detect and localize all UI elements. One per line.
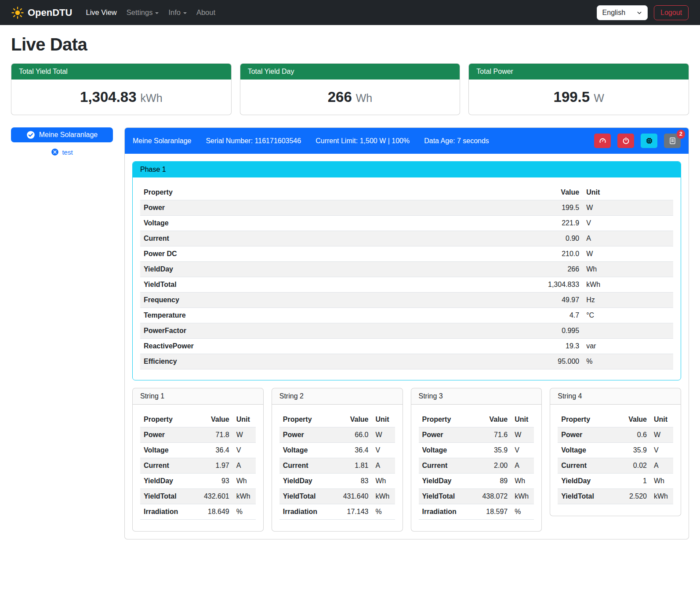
phase-table-body: Power199.5WVoltage221.9VCurrent0.90APowe…	[140, 200, 673, 369]
row-property: Irradiation	[419, 504, 470, 520]
table-row: Voltage35.9V	[419, 443, 534, 458]
row-property: Voltage	[279, 443, 330, 458]
string-table-head: Property Value Unit	[140, 412, 256, 427]
navbar-right: English Logout	[597, 5, 689, 20]
row-unit: Hz	[583, 293, 673, 308]
row-unit: %	[511, 504, 534, 520]
event-log-button[interactable]: 2	[664, 134, 681, 148]
inverter-selected-button[interactable]: Meine Solaranlage	[11, 127, 113, 142]
row-property: Voltage	[140, 216, 544, 231]
row-value: 36.4	[191, 443, 233, 458]
language-select[interactable]: English	[597, 5, 648, 20]
row-value: 1	[609, 474, 650, 489]
row-value: 2.00	[469, 458, 511, 474]
table-row: Voltage35.9V	[558, 443, 673, 458]
table-row: Irradiation18.597%	[419, 504, 534, 520]
table-row: Current0.90A	[140, 231, 673, 246]
table-row: ReactivePower19.3var	[140, 339, 673, 354]
string-card-header: String 1	[133, 388, 263, 405]
table-row: Current0.02A	[558, 458, 673, 474]
row-property: Irradiation	[140, 504, 191, 520]
table-row: YieldDay89Wh	[419, 474, 534, 489]
card-body: 1,304.83kWh	[11, 80, 231, 115]
nav-about[interactable]: About	[192, 5, 220, 20]
inverter-other-label: test	[62, 148, 73, 156]
device-info-button[interactable]	[641, 134, 657, 148]
column-property: Property	[279, 412, 330, 427]
brand[interactable]: OpenDTU	[11, 7, 72, 19]
summary-cards-row: Total Yield Total 1,304.83kWh Total Yiel…	[11, 63, 689, 115]
current-limit: Current Limit: 1,500 W | 100%	[316, 137, 410, 145]
row-unit: A	[372, 458, 395, 474]
row-property: YieldDay	[558, 474, 609, 489]
inverter-panel: Meine Solaranlage Serial Number: 1161716…	[124, 127, 689, 539]
row-property: Power	[140, 427, 191, 443]
string-card-body: Property Value Unit Power71.8WVoltage36.…	[133, 405, 263, 531]
caret-down-icon	[155, 12, 159, 14]
column-value: Value	[544, 185, 583, 200]
table-header-row: Property Value Unit	[279, 412, 395, 427]
row-property: Current	[419, 458, 470, 474]
row-value: 83	[330, 474, 372, 489]
inverter-selected-label: Meine Solaranlage	[39, 131, 98, 139]
table-row: YieldDay266Wh	[140, 262, 673, 277]
row-unit: %	[372, 504, 395, 520]
row-unit: A	[650, 458, 673, 474]
string-table: Property Value Unit Power71.6WVoltage35.…	[419, 412, 534, 520]
string-table: Property Value Unit Power0.6WVoltage35.9…	[558, 412, 673, 504]
strings-row: String 1 Property Value Unit	[132, 388, 681, 532]
table-row: YieldDay83Wh	[279, 474, 395, 489]
table-row: YieldDay93Wh	[140, 474, 256, 489]
row-property: PowerFactor	[140, 323, 544, 339]
table-row: YieldTotal438.072kWh	[419, 489, 534, 504]
row-property: Voltage	[419, 443, 470, 458]
row-unit: kWh	[233, 489, 256, 504]
row-property: YieldDay	[140, 474, 191, 489]
row-unit	[583, 323, 673, 339]
nav-live-view[interactable]: Live View	[81, 5, 121, 20]
string-card-4: String 4 Property Value Unit	[550, 388, 681, 516]
row-unit: W	[511, 427, 534, 443]
row-unit: kWh	[583, 277, 673, 293]
limit-settings-button[interactable]	[594, 134, 611, 148]
card-header: Total Yield Total	[11, 64, 231, 80]
string-card-header: String 2	[272, 388, 403, 405]
row-unit: A	[583, 231, 673, 246]
row-value: 0.02	[609, 458, 650, 474]
nav-settings[interactable]: Settings	[122, 5, 164, 20]
row-value: 19.3	[544, 339, 583, 354]
data-age: Data Age: 7 seconds	[424, 137, 489, 145]
card-unit: Wh	[356, 92, 373, 104]
row-property: YieldTotal	[140, 277, 544, 293]
column-unit: Unit	[511, 412, 534, 427]
card-total-power: Total Power 199.5W	[468, 63, 689, 115]
row-unit: W	[650, 427, 673, 443]
card-header: Total Yield Day	[240, 64, 460, 80]
phase-card-header: Phase 1	[133, 162, 681, 177]
table-row: Power199.5W	[140, 200, 673, 216]
inverter-other-item[interactable]: test	[11, 148, 113, 156]
row-value: 93	[191, 474, 233, 489]
row-value: 95.000	[544, 354, 583, 369]
string-table-body: Power71.6WVoltage35.9VCurrent2.00AYieldD…	[419, 427, 534, 520]
string-card-body: Property Value Unit Power0.6WVoltage35.9…	[550, 405, 681, 516]
row-property: Efficiency	[140, 354, 544, 369]
row-value: 266	[544, 262, 583, 277]
table-row: Power66.0W	[279, 427, 395, 443]
serial-number: Serial Number: 116171603546	[206, 137, 301, 145]
row-unit: kWh	[650, 489, 673, 504]
table-header-row: Property Value Unit	[419, 412, 534, 427]
nav-info[interactable]: Info	[163, 5, 192, 20]
row-value: 0.6	[609, 427, 650, 443]
row-unit: W	[583, 246, 673, 262]
column-unit: Unit	[233, 412, 256, 427]
column-unit: Unit	[372, 412, 395, 427]
gauge-icon	[598, 137, 607, 145]
row-value: 89	[469, 474, 511, 489]
inverter-panel-body: Phase 1 Property Value Unit Power199.5WV…	[125, 154, 689, 539]
table-header-row: Property Value Unit	[140, 412, 256, 427]
card-header: Total Power	[469, 64, 689, 80]
logout-button[interactable]: Logout	[654, 5, 689, 20]
row-property: Current	[558, 458, 609, 474]
power-button[interactable]	[617, 134, 634, 148]
